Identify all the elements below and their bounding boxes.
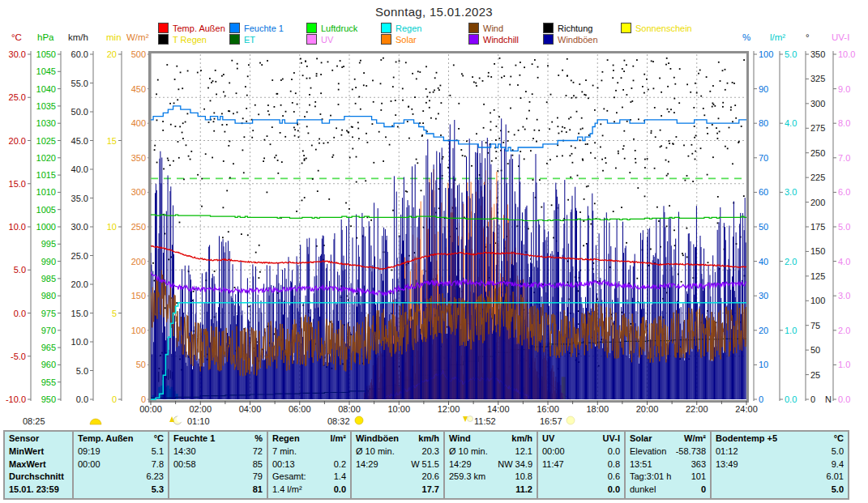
svg-text:150: 150 [131,291,146,301]
table-cell-label: Regen [272,433,300,445]
svg-text:25: 25 [810,370,820,380]
svg-text:0: 0 [810,394,815,404]
table-cell-value: 6.23 [147,471,164,484]
table-column-uv: UVUV-I00:000.011:470.80.60.0 [538,432,626,498]
axis-km/h: 60.055.050.045.040.035.030.025.020.015.0… [71,49,93,404]
svg-text:-5.0: -5.0 [11,352,26,361]
svg-text:995: 995 [41,239,56,249]
axis-unit-min: min [106,32,122,42]
table-cell-label: Gesamt: [272,471,306,484]
svg-text:175: 175 [810,222,825,232]
svg-text:1025: 1025 [36,136,56,146]
svg-text:250: 250 [810,148,825,158]
table-cell-label: 259.3 km [449,471,485,484]
svg-text:1000: 1000 [36,222,56,232]
table-cell-label: 00:58 [173,458,196,471]
moonrise-time-label: 01:10 [187,416,210,426]
table-cell-value: km/h [418,433,439,445]
svg-text:100: 100 [131,326,146,335]
table-cell-label: MaxWert [9,458,46,471]
sunset-time-label: 16:57 [540,416,562,426]
svg-text:1015: 1015 [36,170,56,180]
richtung-swatch-icon [543,23,554,33]
table-cell-label: 11:47 [542,458,564,471]
table-cell-label: 09:19 [78,445,100,458]
svg-text:08:00: 08:00 [338,404,361,414]
legend-label: Temp. Außen [173,23,225,33]
t-regen-swatch-icon [158,34,169,45]
svg-text:0.0: 0.0 [14,309,26,318]
table-cell-label: 14:29 [449,458,472,471]
table-cell-value: 0.8 [608,458,620,471]
moon-icon [468,416,473,422]
sun-icon [355,416,363,424]
table-cell-value: 101 [691,471,706,484]
svg-text:980: 980 [41,291,56,301]
legend-label: UV [321,35,333,45]
sensor-stats-table: SensorMinWertMaxWertDurchschnitt15.01. 2… [3,430,849,500]
sun-up-time-label: 08:32 [327,416,350,426]
table-column-temp-au-en: Temp. Außen°C09:195.100:007.86.235.3 [74,432,169,498]
solar-swatch-icon [381,34,391,45]
svg-text:5.0: 5.0 [838,222,850,232]
svg-text:4.0: 4.0 [838,257,850,266]
table-column-windb-en: Windböenkm/hØ 10 min.20.314:29W 51.520.6… [352,432,445,498]
table-cell-value: l/m² [330,433,346,445]
table-cell-value: 81 [253,484,263,497]
svg-text:90: 90 [759,84,768,94]
axis-W/m²: 500450400350300250200150100500 [131,49,151,404]
svg-text:100: 100 [810,296,825,305]
svg-text:1.0: 1.0 [838,360,850,369]
table-cell-value: 11.2 [515,484,532,497]
svg-text:20:00: 20:00 [636,404,659,414]
svg-text:02:00: 02:00 [189,404,212,414]
table-cell-value: 79 [253,471,263,484]
table-cell-value: 5.0 [832,484,844,497]
sunrise-half-sun-icon [90,419,101,424]
svg-text:985: 985 [41,274,56,283]
svg-text:5: 5 [112,309,117,318]
table-cell-value: 0.0 [608,484,620,497]
table-cell-value: % [254,433,263,445]
legend-item-t-regen: T Regen [158,34,207,45]
svg-text:10:00: 10:00 [387,404,410,414]
sunrise-time-label: 08:25 [23,416,45,426]
axis-UV-I: 10.09.08.07.06.05.04.03.02.01.00.0 [833,49,855,404]
svg-text:16:00: 16:00 [537,404,559,414]
table-cell-label: Feuchte 1 [173,433,215,445]
axis-°C: 30.025.020.015.010.05.00.0-5.0-10.0 [6,49,31,404]
svg-text:30.0: 30.0 [71,222,88,232]
svg-text:60: 60 [759,187,768,197]
legend-item-windboeen: Windböen [543,34,598,45]
table-column-solar: SolarW/m²Elevation-58.73813:51363Tag:3:0… [626,432,712,498]
axis-°: 3503253002752502252001751501251007550250… [806,49,832,404]
regen-swatch-icon [381,23,391,33]
svg-text:0.0: 0.0 [838,394,850,404]
table-column-wind: Windkm/hØ 10 min.12.114:29NW 34.9259.3 k… [445,432,538,498]
axis-unit-W/m²: W/m² [126,32,149,42]
table-cell-value: NW 34.9 [498,458,532,471]
svg-text:975: 975 [41,309,56,318]
table-cell-value: 20.6 [422,471,439,484]
svg-text:22:00: 22:00 [686,404,708,414]
table-cell-label: MinWert [9,445,44,458]
table-cell-value: 17.7 [422,484,439,497]
table-cell-value: 5.3 [152,484,164,497]
table-cell-value: -58.738 [676,445,706,458]
svg-text:200: 200 [131,257,146,266]
table-cell-value: 0.0 [608,445,620,458]
table-cell-value: 12.1 [515,445,532,458]
svg-text:10: 10 [759,360,768,369]
svg-text:0.0: 0.0 [785,394,797,404]
table-cell-label: Ø 10 min. [449,445,488,458]
wind-swatch-icon [468,23,479,33]
legend-label: Windchill [483,35,519,45]
table-cell-value: 5.1 [152,445,164,458]
svg-text:00:00: 00:00 [139,404,162,414]
svg-text:1.0: 1.0 [785,326,797,335]
table-cell-label: 14:30 [173,445,196,458]
svg-text:10.0: 10.0 [9,222,26,232]
svg-text:325: 325 [810,74,825,83]
sonnenschein-swatch-icon [621,23,631,33]
svg-text:20: 20 [107,49,117,59]
